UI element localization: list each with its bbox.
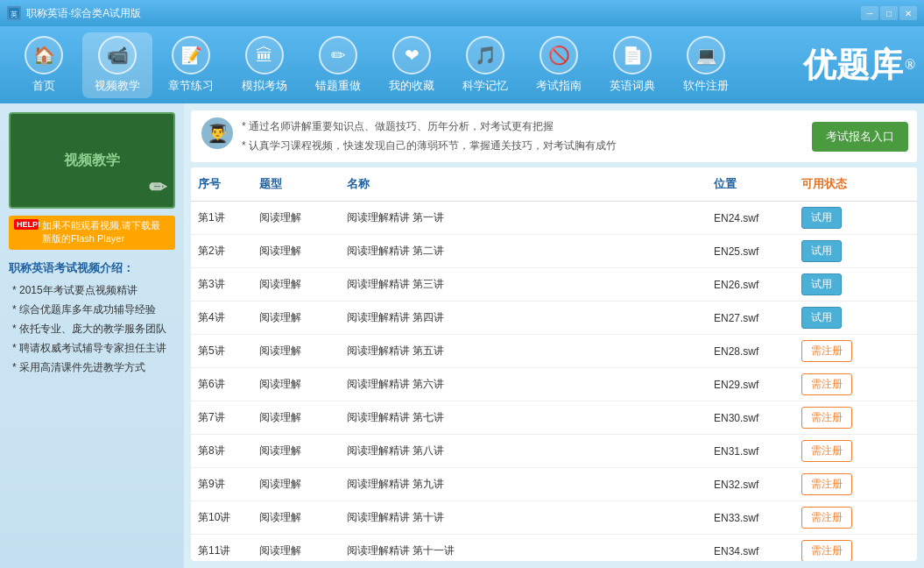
cell-action bbox=[873, 513, 917, 523]
table-row[interactable]: 第9讲 阅读理解 阅读理解精讲 第九讲 EN32.swf 需注册 bbox=[191, 468, 917, 501]
app-title: 职称英语·综合类A试用版 bbox=[26, 6, 856, 21]
register-icon: 💻 bbox=[687, 36, 725, 75]
cell-index: 第8讲 bbox=[191, 438, 252, 464]
logo: 优题库® bbox=[803, 43, 915, 88]
cell-action bbox=[873, 380, 917, 390]
table-row[interactable]: 第3讲 阅读理解 阅读理解精讲 第三讲 EN26.swf 试用 bbox=[191, 268, 917, 302]
cell-index: 第6讲 bbox=[191, 372, 252, 397]
teacher-avatar: 👨‍🎓 bbox=[201, 117, 233, 149]
nav-item-chapter[interactable]: 📝 章节练习 bbox=[156, 32, 226, 98]
nav-bar: 🏠 首页 📹 视频教学 📝 章节练习 🏛 模拟考场 ✏ 错题重做 ❤ 我的收藏 … bbox=[0, 26, 924, 103]
avatar-icon: 👨‍🎓 bbox=[207, 123, 229, 144]
cell-action bbox=[873, 546, 917, 557]
pencil-icon: ✏ bbox=[149, 175, 166, 200]
cell-index: 第9讲 bbox=[191, 472, 252, 497]
table-row[interactable]: 第10讲 阅读理解 阅读理解精讲 第十讲 EN33.swf 需注册 bbox=[191, 501, 917, 535]
col-index: 序号 bbox=[191, 173, 252, 195]
table-row[interactable]: 第11讲 阅读理解 阅读理解精讲 第十一讲 EN34.swf 需注册 bbox=[191, 535, 917, 561]
video-icon: 📹 bbox=[98, 36, 137, 75]
cell-status: 试用 bbox=[794, 268, 873, 301]
status-button[interactable]: 需注册 bbox=[801, 373, 852, 395]
guide-icon: 🚫 bbox=[540, 36, 578, 75]
svg-text:英: 英 bbox=[11, 11, 18, 18]
cell-name: 阅读理解精讲 第十一讲 bbox=[340, 538, 707, 561]
cell-status: 试用 bbox=[794, 235, 873, 267]
content-area: 👨‍🎓 * 通过名师讲解重要知识点、做题技巧、历年分析，对考试更有把握* 认真学… bbox=[184, 103, 924, 568]
status-button[interactable]: 需注册 bbox=[801, 340, 852, 362]
cell-action bbox=[873, 479, 917, 490]
cell-action bbox=[873, 446, 917, 457]
collect-icon: ❤ bbox=[392, 36, 431, 75]
cell-name: 阅读理解精讲 第一讲 bbox=[340, 205, 707, 231]
cell-name: 阅读理解精讲 第六讲 bbox=[340, 372, 707, 397]
intro-item-2: * 依托专业、庞大的教学服务团队 bbox=[9, 322, 175, 337]
status-button[interactable]: 试用 bbox=[801, 273, 842, 295]
cell-status: 需注册 bbox=[794, 435, 873, 467]
table-row[interactable]: 第7讲 阅读理解 阅读理解精讲 第七讲 EN30.swf 需注册 bbox=[191, 401, 917, 435]
nav-item-guide[interactable]: 🚫 考试指南 bbox=[524, 32, 594, 98]
cell-type: 阅读理解 bbox=[252, 538, 340, 561]
cell-index: 第7讲 bbox=[191, 405, 252, 430]
cell-type: 阅读理解 bbox=[252, 272, 340, 297]
exam-register-button[interactable]: 考试报名入口 bbox=[812, 122, 908, 152]
cell-action bbox=[873, 313, 917, 323]
app-icon: 英 bbox=[7, 6, 21, 20]
intro-title: 职称英语考试视频介绍： bbox=[9, 260, 175, 276]
col-action bbox=[873, 173, 917, 195]
info-text: * 通过名师讲解重要知识点、做题技巧、历年分析，对考试更有把握* 认真学习课程视… bbox=[242, 117, 906, 155]
nav-item-video[interactable]: 📹 视频教学 bbox=[82, 32, 152, 98]
cell-location: EN26.swf bbox=[707, 273, 794, 296]
col-location: 位置 bbox=[707, 173, 794, 195]
cell-location: EN32.swf bbox=[707, 473, 794, 496]
nav-item-collect[interactable]: ❤ 我的收藏 bbox=[377, 32, 447, 98]
table-row[interactable]: 第1讲 阅读理解 阅读理解精讲 第一讲 EN24.swf 试用 bbox=[191, 202, 917, 235]
cell-location: EN33.swf bbox=[707, 507, 794, 529]
status-button[interactable]: 需注册 bbox=[801, 540, 852, 561]
cell-name: 阅读理解精讲 第五讲 bbox=[340, 338, 707, 364]
cell-status: 需注册 bbox=[794, 535, 873, 561]
help-icon: HELP! bbox=[14, 219, 39, 230]
table-row[interactable]: 第2讲 阅读理解 阅读理解精讲 第二讲 EN25.swf 试用 bbox=[191, 235, 917, 268]
cell-name: 阅读理解精讲 第九讲 bbox=[340, 472, 707, 497]
memory-icon: 🎵 bbox=[466, 36, 504, 75]
nav-item-mock[interactable]: 🏛 模拟考场 bbox=[229, 32, 300, 98]
mock-icon: 🏛 bbox=[245, 36, 284, 75]
cell-index: 第1讲 bbox=[191, 205, 252, 231]
close-button[interactable]: ✕ bbox=[899, 6, 917, 20]
status-button[interactable]: 试用 bbox=[801, 240, 842, 262]
cell-location: EN29.swf bbox=[707, 373, 794, 396]
table-row[interactable]: 第5讲 阅读理解 阅读理解精讲 第五讲 EN28.swf 需注册 bbox=[191, 335, 917, 368]
status-button[interactable]: 需注册 bbox=[801, 440, 852, 462]
cell-index: 第10讲 bbox=[191, 505, 252, 530]
intro-item-1: * 综合优题库多年成功辅导经验 bbox=[9, 302, 175, 317]
status-button[interactable]: 试用 bbox=[801, 207, 842, 229]
status-button[interactable]: 试用 bbox=[801, 307, 842, 329]
cell-action bbox=[873, 213, 917, 224]
cell-index: 第4讲 bbox=[191, 305, 252, 330]
table-body[interactable]: 第1讲 阅读理解 阅读理解精讲 第一讲 EN24.swf 试用 第2讲 阅读理解… bbox=[191, 202, 917, 561]
table-row[interactable]: 第8讲 阅读理解 阅读理解精讲 第八讲 EN31.swf 需注册 bbox=[191, 435, 917, 468]
cell-status: 需注册 bbox=[794, 401, 873, 434]
cell-location: EN31.swf bbox=[707, 440, 794, 463]
nav-label-memory: 科学记忆 bbox=[462, 78, 508, 94]
nav-item-register[interactable]: 💻 软件注册 bbox=[671, 32, 741, 98]
status-button[interactable]: 需注册 bbox=[801, 507, 852, 529]
nav-item-wrong[interactable]: ✏ 错题重做 bbox=[303, 32, 373, 98]
cell-name: 阅读理解精讲 第二讲 bbox=[340, 238, 707, 264]
intro-item-0: * 2015年考试要点视频精讲 bbox=[9, 283, 175, 298]
dict-icon: 📄 bbox=[613, 36, 652, 75]
cell-status: 试用 bbox=[794, 202, 873, 234]
nav-item-dict[interactable]: 📄 英语词典 bbox=[597, 32, 667, 98]
col-status: 可用状态 bbox=[794, 173, 873, 195]
nav-item-home[interactable]: 🏠 首页 bbox=[9, 32, 79, 98]
maximize-button[interactable]: □ bbox=[880, 6, 898, 20]
minimize-button[interactable]: ─ bbox=[861, 6, 878, 20]
status-button[interactable]: 需注册 bbox=[801, 407, 852, 429]
nav-label-register: 软件注册 bbox=[683, 78, 729, 94]
nav-item-memory[interactable]: 🎵 科学记忆 bbox=[450, 32, 520, 98]
nav-label-mock: 模拟考场 bbox=[242, 78, 287, 94]
table-row[interactable]: 第6讲 阅读理解 阅读理解精讲 第六讲 EN29.swf 需注册 bbox=[191, 368, 917, 401]
intro-list: * 2015年考试要点视频精讲* 综合优题库多年成功辅导经验* 依托专业、庞大的… bbox=[9, 283, 175, 375]
status-button[interactable]: 需注册 bbox=[801, 473, 852, 495]
table-row[interactable]: 第4讲 阅读理解 阅读理解精讲 第四讲 EN27.swf 试用 bbox=[191, 302, 917, 335]
